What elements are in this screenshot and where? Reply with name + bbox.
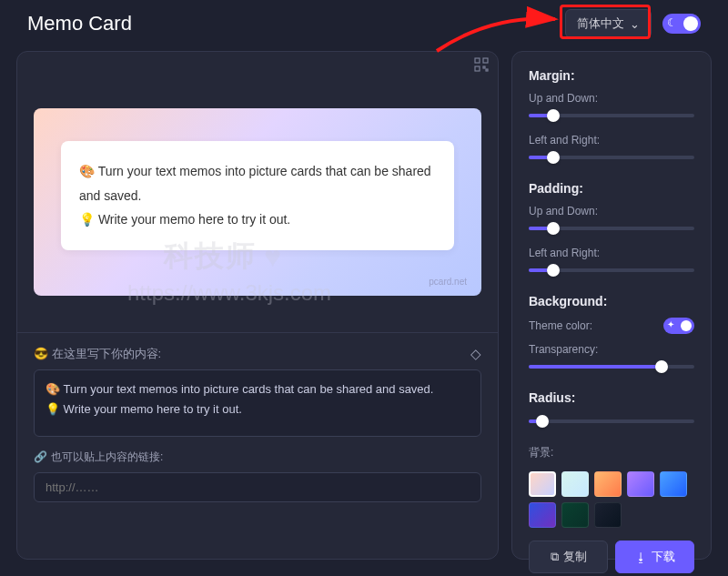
background-swatch[interactable] [529,471,556,497]
sparkle-icon: ✦ [667,319,674,329]
moon-icon: ☾ [667,16,677,29]
margin-lr-label: Left and Right: [529,134,694,147]
padding-ud-slider[interactable] [529,221,694,236]
background-swatch[interactable] [594,471,622,497]
preview-card-background: 🎨 Turn your text memos into picture card… [34,108,481,296]
textarea-line: 🎨 Turn your text memos into picture card… [46,379,470,399]
download-button-label: 下载 [652,549,675,565]
chevron-down-icon: ⌄ [630,17,640,31]
padding-ud-label: Up and Down: [529,205,694,217]
language-label: 简体中文 [577,15,624,32]
svg-rect-1 [483,58,488,63]
padding-section-title: Padding: [529,181,694,196]
textarea-line: 💡 Write your memo here to try it out. [46,399,470,419]
background-swatch[interactable] [561,471,589,497]
link-icon: 🔗 [34,450,47,463]
preview-line: 💡 Write your memo here to try it out. [79,207,436,232]
theme-color-label: Theme color: [529,319,592,332]
svg-rect-2 [475,66,480,71]
language-select[interactable]: 简体中文 ⌄ [565,9,652,38]
download-icon: ⭳ [635,551,647,564]
qr-icon[interactable] [474,57,489,75]
link-field-label: 🔗 也可以贴上内容的链接: [34,450,481,465]
editor-label: 😎 在这里写下你的内容: [34,346,161,362]
svg-rect-3 [483,66,485,68]
memo-textarea[interactable]: 🎨 Turn your text memos into picture card… [34,369,481,437]
background-swatch[interactable] [594,502,622,528]
copy-icon: ⧉ [551,550,559,564]
background-swatch[interactable] [660,471,687,497]
preview-card-inner: 🎨 Turn your text memos into picture card… [61,141,454,250]
toggle-knob [683,16,698,31]
preview-line: 🎨 Turn your text memos into picture card… [79,159,436,207]
theme-color-toggle[interactable]: ✦ [663,318,694,334]
transparency-label: Transparency: [529,343,694,356]
padding-lr-label: Left and Right: [529,247,694,259]
svg-rect-0 [475,58,480,63]
eraser-icon[interactable]: ◇ [470,346,481,362]
transparency-slider[interactable] [529,359,694,374]
editor-panel: 🎨 Turn your text memos into picture card… [16,51,499,560]
card-watermark: pcard.net [429,277,467,287]
background-swatch-grid [529,471,694,528]
page-title: Memo Card [27,12,132,35]
preview-area: 🎨 Turn your text memos into picture card… [17,52,498,332]
margin-ud-slider[interactable] [529,108,694,123]
radius-section-title: Radius: [529,390,694,405]
margin-ud-label: Up and Down: [529,92,694,105]
background-swatch[interactable] [529,502,556,528]
margin-section-title: Margin: [529,68,694,83]
background-swatch[interactable] [627,471,654,497]
radius-slider[interactable] [529,414,694,429]
background-section-title: Background: [529,294,694,308]
swatch-section-title: 背景: [529,445,694,460]
copy-button[interactable]: ⧉ 复制 [529,541,608,573]
copy-button-label: 复制 [563,549,587,565]
theme-toggle[interactable]: ☾ [662,14,701,34]
padding-lr-slider[interactable] [529,263,694,278]
svg-rect-4 [486,69,488,71]
download-button[interactable]: ⭳ 下载 [615,541,694,573]
settings-panel: Margin: Up and Down: Left and Right: Pad… [511,51,712,560]
background-swatch[interactable] [561,502,589,528]
link-input[interactable] [34,472,481,502]
margin-lr-slider[interactable] [529,150,694,165]
